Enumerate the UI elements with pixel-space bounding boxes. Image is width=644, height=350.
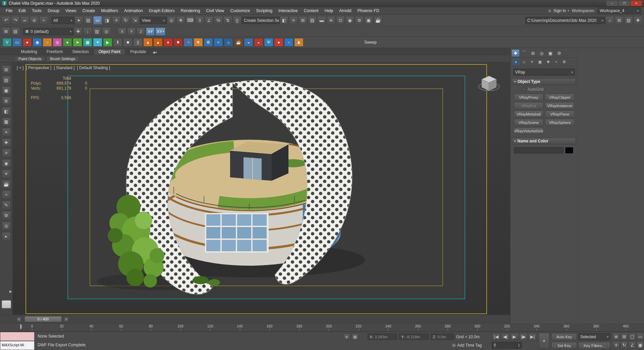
transform-gizmo-toggle-icon[interactable]: ✛: [343, 334, 350, 340]
ribbon-tab-populate[interactable]: Populate: [125, 49, 151, 55]
left-display-icon[interactable]: ▣: [2, 86, 11, 95]
orbit-icon[interactable]: ↻: [621, 341, 628, 349]
vray-render-icon[interactable]: ●: [22, 38, 32, 47]
menu-graph-editors[interactable]: Graph Editors: [146, 7, 178, 15]
add-time-tag[interactable]: ⊞ Add Time Tag: [452, 343, 482, 348]
geometry-category-icon[interactable]: ●: [512, 58, 520, 65]
close-button[interactable]: ✕: [631, 1, 642, 6]
scene-explorer-icon[interactable]: ⊞: [2, 27, 10, 36]
time-slider-handle[interactable]: 0 / 400: [24, 316, 62, 322]
layer-explorer-toggle-icon[interactable]: ▤: [308, 16, 317, 25]
menu-interactive[interactable]: Interactive: [275, 7, 301, 15]
project-folder-icon[interactable]: ⌂: [605, 16, 614, 25]
workspace-dropdown[interactable]: Workspace_4▾: [598, 8, 641, 14]
left-layers-icon[interactable]: ▤: [2, 76, 11, 84]
stop-script-icon[interactable]: ■: [123, 38, 132, 47]
menu-views[interactable]: Views: [62, 7, 79, 15]
key-filters-button[interactable]: Key Filters...: [578, 342, 610, 349]
phoenix-fire-icon[interactable]: ▲: [143, 38, 153, 47]
z-coordinate-field[interactable]: Z:0.0m: [431, 334, 454, 340]
display-tab-icon[interactable]: ▣: [546, 49, 554, 57]
phoenix-drop-icon[interactable]: ▼: [194, 38, 203, 47]
populate-people-icon[interactable]: ♟: [294, 38, 304, 47]
maxscript-mini-listener[interactable]: MAXScript Mi: [0, 341, 35, 350]
named-selection-sets-dropdown[interactable]: Create Selection Se▾: [242, 17, 279, 24]
percent-snap-icon[interactable]: %: [214, 16, 223, 25]
vray-light-icon[interactable]: ○: [43, 38, 52, 47]
left-create-icon[interactable]: ✚: [2, 138, 11, 147]
phoenix-fire-preset-icon[interactable]: ▲: [153, 38, 163, 47]
snaps-toggle-icon[interactable]: 3: [195, 16, 204, 25]
sphere-red-icon[interactable]: ●: [274, 38, 283, 47]
spinner-snap-icon[interactable]: ⇅: [223, 16, 232, 25]
view-cube[interactable]: [477, 72, 501, 95]
new-scene-icon[interactable]: ✚: [634, 16, 642, 25]
vraymetaball-button[interactable]: VRayMetaball: [514, 111, 543, 118]
y-coordinate-field[interactable]: Y:-8.218m: [399, 334, 429, 340]
lights-category-icon[interactable]: ☀: [528, 58, 536, 65]
menu-help[interactable]: Help: [322, 7, 336, 15]
time-slider-next-button[interactable]: >: [64, 316, 69, 322]
sign-in-button[interactable]: ☺ Sign In ▾: [548, 8, 569, 13]
perspective-viewport[interactable]: [ + ] [ Perspective ] [ Standard ] [ Def…: [13, 62, 510, 315]
time-slider-prev-button[interactable]: <: [16, 316, 21, 322]
maximize-button[interactable]: ❐: [619, 1, 630, 6]
utilities-tab-icon[interactable]: ⚙: [555, 49, 563, 57]
left-more-icon[interactable]: ▸: [2, 232, 11, 240]
menu-edit[interactable]: Edit: [15, 7, 29, 15]
select-and-manipulate-icon[interactable]: ✜: [176, 16, 185, 25]
ribbon-tab-selection[interactable]: Selection: [67, 49, 93, 55]
edit-named-sets-icon[interactable]: {}: [233, 16, 241, 25]
rendered-frame-window-icon[interactable]: ▣: [364, 16, 373, 25]
left-array-icon[interactable]: ▦: [2, 118, 11, 126]
left-toolbar-flyout-icon[interactable]: ▶: [9, 290, 12, 293]
reference-coordinate-dropdown[interactable]: View▾: [140, 17, 167, 24]
rectangular-selection-region-icon[interactable]: ▭: [93, 16, 102, 25]
left-modifiers-icon[interactable]: ≣: [2, 97, 11, 105]
select-and-rotate-icon[interactable]: ↻: [121, 16, 130, 25]
angle-snap-icon[interactable]: ∠: [205, 16, 213, 25]
unlink-selection-icon[interactable]: ⊘: [30, 16, 39, 25]
viewport-general-menu[interactable]: [ + ]: [17, 65, 23, 70]
forest-tool-icon[interactable]: ♠: [63, 38, 72, 47]
next-frame-icon[interactable]: |▶: [519, 333, 528, 340]
play-script-icon[interactable]: ▶: [103, 38, 112, 47]
shapes-category-icon[interactable]: ◇: [520, 58, 528, 65]
subtab-paint-objects[interactable]: Paint Objects: [15, 56, 45, 61]
category-dropdown[interactable]: VRay▾: [513, 69, 575, 76]
left-mirror-icon[interactable]: ◧: [2, 107, 11, 116]
menu-modifiers[interactable]: Modifiers: [98, 7, 121, 15]
scene-explorer-toggle-icon[interactable]: ⊞: [299, 16, 307, 25]
menu-file[interactable]: File: [3, 7, 15, 15]
go-to-start-icon[interactable]: |◀: [492, 333, 500, 340]
ribbon-tab-object-paint[interactable]: Object Paint: [94, 48, 125, 55]
object-name-input[interactable]: [514, 147, 564, 154]
render-production-icon[interactable]: ☕: [374, 16, 382, 25]
hierarchy-tab-icon[interactable]: ⊞: [529, 49, 537, 57]
zoom-icon[interactable]: ⊕: [612, 333, 620, 341]
vraysphere-button[interactable]: VRaySphere: [545, 119, 575, 126]
window-crossing-icon[interactable]: ◨: [103, 16, 111, 25]
left-environment-icon[interactable]: ≈: [2, 190, 11, 199]
asset-tracking-icon[interactable]: ⊞: [615, 16, 624, 25]
current-frame-field[interactable]: 0 ▲▼: [492, 342, 522, 349]
current-layer-dropdown[interactable]: 0 (default)▾: [23, 28, 73, 35]
select-object-icon[interactable]: ➤: [74, 16, 83, 25]
open-explorer-icon[interactable]: ▤: [624, 16, 633, 25]
project-path-dropdown[interactable]: C:\Users\np\Documents\3ds Max 2020▾: [525, 17, 605, 24]
left-utilities-icon[interactable]: ⚙: [2, 211, 11, 220]
vrayfur-button[interactable]: VRayFur: [514, 102, 543, 109]
go-to-end-icon[interactable]: ▶|: [528, 333, 537, 340]
object-color-swatch[interactable]: [565, 147, 573, 154]
vrayvolumegrid-button[interactable]: VRayVolumeGrid: [514, 127, 543, 134]
key-mode-dropdown[interactable]: Selected▾: [578, 333, 610, 340]
select-and-link-icon[interactable]: ∞: [20, 16, 29, 25]
ribbon-tab-freeform[interactable]: Freeform: [42, 49, 68, 55]
pan-icon[interactable]: ✛: [612, 341, 620, 349]
subtab-brush-settings[interactable]: Brush Settings: [46, 56, 79, 61]
motion-tab-icon[interactable]: ◎: [538, 49, 546, 57]
select-and-scale-icon[interactable]: ⇲: [131, 16, 140, 25]
set-current-layer-icon[interactable]: ◎: [102, 27, 111, 36]
object-type-rollout-header[interactable]: ▾ Object Type: [512, 78, 576, 85]
systems-category-icon[interactable]: ⚙: [560, 58, 568, 65]
